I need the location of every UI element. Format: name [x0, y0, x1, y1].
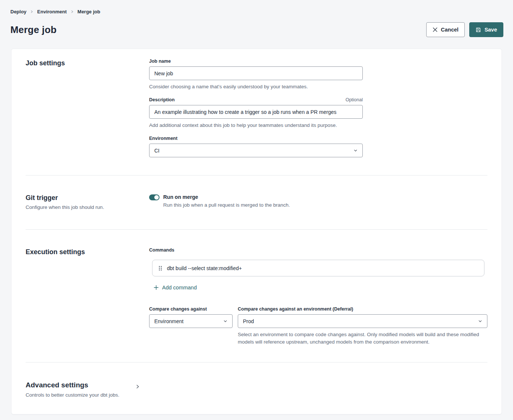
section-advanced-settings: Advanced settings Controls to better cus… — [11, 362, 502, 414]
section-git-trigger: Git trigger Configure when this job shou… — [11, 175, 502, 229]
compare-changes-group: Compare changes against Environment — [149, 306, 233, 346]
compare-changes-value: Environment — [154, 318, 184, 324]
deferral-label: Compare changes against an environment (… — [238, 306, 487, 312]
breadcrumb-chevron-icon — [30, 10, 33, 13]
deferral-select[interactable]: Prod — [238, 314, 487, 328]
environment-select-value: CI — [154, 148, 160, 154]
title-row: Merge job Cancel Save — [10, 22, 503, 37]
deferral-group: Compare changes against an environment (… — [238, 306, 487, 346]
header-actions: Cancel Save — [426, 22, 503, 37]
command-text: dbt build --select state:modified+ — [167, 265, 242, 271]
description-input[interactable] — [149, 105, 363, 119]
advanced-settings-subheading: Controls to better customize your dbt jo… — [26, 392, 135, 398]
advanced-settings-expand-button[interactable] — [135, 384, 140, 389]
breadcrumb-deploy[interactable]: Deploy — [10, 9, 26, 14]
breadcrumb-environment[interactable]: Environment — [37, 9, 66, 14]
description-label: Description — [149, 97, 175, 103]
breadcrumb-chevron-icon — [70, 10, 74, 13]
save-button[interactable]: Save — [469, 22, 503, 37]
chevron-down-icon — [223, 319, 227, 323]
topbar: Deploy Environment Merge job Merge job C… — [0, 0, 513, 37]
plus-icon — [154, 285, 159, 290]
chevron-down-icon — [353, 148, 358, 152]
job-name-field-group: Job name Consider choosing a name that's… — [149, 59, 363, 91]
breadcrumb-merge-job: Merge job — [78, 9, 100, 14]
chevron-right-icon — [135, 384, 140, 389]
breadcrumb: Deploy Environment Merge job — [10, 9, 503, 14]
cancel-button-label: Cancel — [441, 27, 459, 33]
job-settings-card: Job settings Job name Consider choosing … — [11, 49, 502, 414]
save-icon — [476, 27, 481, 33]
job-name-input[interactable] — [149, 66, 363, 80]
close-icon — [433, 27, 438, 32]
job-name-label: Job name — [149, 59, 171, 64]
add-command-label: Add command — [162, 285, 197, 291]
environment-label: Environment — [149, 136, 177, 141]
compare-changes-label: Compare changes against — [149, 306, 233, 312]
commands-label: Commands — [149, 247, 487, 253]
git-trigger-subheading: Configure when this job should run. — [26, 204, 149, 211]
section-job-settings: Job settings Job name Consider choosing … — [11, 49, 502, 175]
section-execution-settings: Execution settings Commands dbt build --… — [11, 230, 502, 362]
run-on-merge-description: Run this job when a pull request is merg… — [163, 202, 290, 209]
git-trigger-heading: Git trigger — [26, 193, 149, 202]
description-field-group: Description Optional Add additional cont… — [149, 97, 363, 129]
cancel-button[interactable]: Cancel — [426, 22, 465, 37]
run-on-merge-toggle[interactable] — [149, 194, 160, 200]
run-on-merge-row: Run on merge Run this job when a pull re… — [149, 194, 487, 209]
chevron-down-icon — [478, 319, 482, 323]
save-button-label: Save — [484, 27, 497, 33]
toggle-knob — [154, 195, 159, 200]
description-optional-badge: Optional — [345, 97, 363, 102]
environment-select[interactable]: CI — [149, 144, 363, 157]
run-on-merge-label: Run on merge — [163, 194, 290, 200]
compare-row: Compare changes against Environment Comp… — [149, 306, 487, 346]
deferral-value: Prod — [243, 318, 254, 324]
description-helper: Add additional context about this job to… — [149, 122, 363, 129]
add-command-button[interactable]: Add command — [154, 285, 197, 291]
deferral-helper: Select an environment to compare code ch… — [238, 331, 481, 346]
job-name-helper: Consider choosing a name that's easily u… — [149, 83, 363, 91]
execution-settings-heading: Execution settings — [26, 247, 149, 256]
compare-changes-select[interactable]: Environment — [149, 314, 233, 328]
command-row[interactable]: dbt build --select state:modified+ — [152, 260, 484, 276]
drag-handle-icon[interactable] — [159, 266, 162, 271]
environment-field-group: Environment CI — [149, 136, 363, 157]
page-title: Merge job — [10, 24, 57, 36]
job-settings-heading: Job settings — [26, 59, 149, 68]
advanced-settings-heading: Advanced settings — [26, 380, 135, 390]
